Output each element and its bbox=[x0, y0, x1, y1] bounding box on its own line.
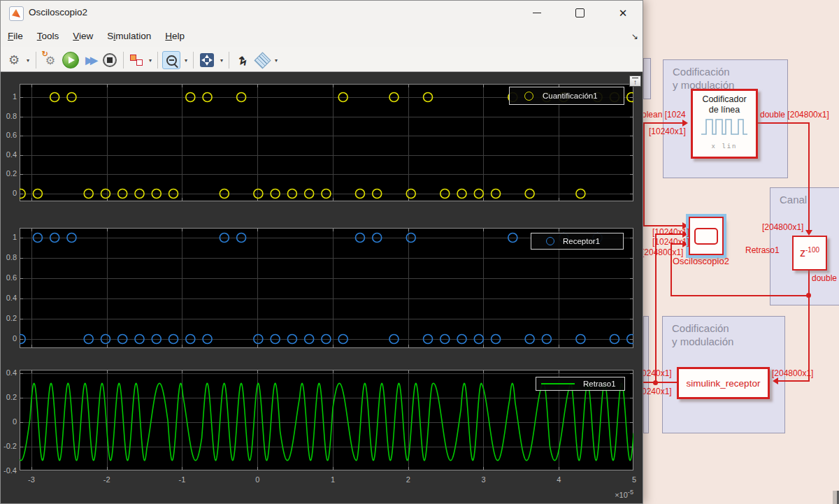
wire-label: [10240x1] bbox=[652, 227, 689, 237]
window-title: Osciloscopio2 bbox=[29, 7, 87, 17]
toolbar-separator bbox=[157, 52, 158, 69]
signal-selector-icon bbox=[130, 55, 143, 66]
y-tick-label: 0.6 bbox=[1, 273, 17, 282]
block-osciloscopio2-scope[interactable] bbox=[689, 217, 724, 255]
y-tick-label: 1 bbox=[1, 233, 17, 241]
y-tick-label: 0.2 bbox=[1, 393, 17, 401]
square-wave-icon bbox=[699, 115, 750, 138]
settings-button[interactable]: ⚙ bbox=[6, 51, 22, 69]
wire-scope-input1[interactable] bbox=[643, 225, 682, 226]
wire-delay-output[interactable] bbox=[808, 271, 810, 296]
block-codificador-de-linea[interactable]: Codificador de línea x lin bbox=[691, 89, 758, 159]
delay-expression: z-100 bbox=[800, 246, 819, 259]
zoom-out-button[interactable] bbox=[162, 51, 180, 69]
fit-to-view-dropdown[interactable]: ▾ bbox=[217, 51, 226, 69]
x-tick-label: 2 bbox=[396, 475, 420, 484]
block-simulink-receptor[interactable]: simulink_receptor bbox=[677, 367, 770, 399]
y-tick-label: 0.2 bbox=[1, 169, 17, 178]
legend-receptor[interactable]: Receptor1 bbox=[531, 233, 624, 250]
legend-marker-line bbox=[541, 383, 575, 384]
chevron-down-icon: ▾ bbox=[220, 57, 223, 64]
toolbar-separator bbox=[123, 52, 124, 69]
wire-into-receptor[interactable] bbox=[778, 380, 809, 382]
y-tick-label: 0.4 bbox=[1, 150, 17, 159]
wire-delay-branch[interactable] bbox=[671, 295, 810, 296]
x-axis-exponent: ×10-5 bbox=[591, 489, 633, 499]
zoom-out-icon bbox=[166, 55, 177, 66]
block-title: simulink_receptor bbox=[687, 378, 761, 389]
legend-label: Cuantificación1 bbox=[543, 92, 598, 100]
trigger-icon: ↯ bbox=[238, 53, 248, 68]
step-forward-button[interactable]: ▶▶ bbox=[81, 51, 99, 69]
menu-item-view[interactable]: View bbox=[73, 26, 93, 41]
menu-item-file[interactable]: File bbox=[8, 26, 23, 41]
titlebar[interactable]: Osciloscopio2 ✕ bbox=[1, 1, 643, 26]
close-button[interactable]: ✕ bbox=[607, 1, 639, 25]
wire-label: [204800x1] bbox=[642, 247, 683, 257]
wire-coder-output[interactable] bbox=[757, 122, 810, 124]
area-label: Canal bbox=[770, 188, 839, 206]
stop-icon bbox=[103, 53, 117, 67]
measurements-button[interactable] bbox=[253, 51, 271, 69]
legend-cuantificacion[interactable]: Cuantificación1 bbox=[509, 87, 624, 105]
y-tick-label: 0 bbox=[1, 334, 17, 343]
menu-item-help[interactable]: Help bbox=[165, 26, 185, 41]
x-tick-label: 1 bbox=[321, 475, 345, 484]
area-label: Codificación y modulación bbox=[664, 60, 787, 92]
wire-label: [10240x1] bbox=[652, 237, 689, 247]
gear-arrows-icon: ⚙↻ bbox=[45, 54, 55, 67]
expand-scope-button[interactable]: ↑ bbox=[629, 75, 641, 87]
wire-to-delay[interactable] bbox=[808, 123, 810, 230]
wire-boolean-to-coder[interactable] bbox=[642, 122, 682, 124]
wire-label: double bbox=[812, 273, 837, 283]
y-tick-label: 0 bbox=[1, 189, 17, 197]
dock-arrow-icon[interactable]: ↘ bbox=[631, 31, 638, 41]
y-tick-label: 0.4 bbox=[1, 368, 17, 377]
ruler-icon bbox=[254, 52, 271, 69]
menu-item-tools[interactable]: Tools bbox=[37, 26, 59, 41]
zoom-dropdown[interactable]: ▾ bbox=[182, 51, 190, 69]
toolbar-separator bbox=[193, 52, 194, 69]
signal-selector-dropdown[interactable]: ▾ bbox=[146, 51, 155, 69]
menubar: FileToolsViewSimulationHelp ↘ bbox=[1, 26, 643, 47]
highlight-simulink-block-button[interactable]: ⚙↻ bbox=[41, 51, 59, 69]
menu-item-simulation[interactable]: Simulation bbox=[107, 26, 151, 41]
arrowhead-icon bbox=[805, 230, 812, 236]
wire-label: [204800x1] bbox=[772, 368, 813, 378]
x-tick-label: -3 bbox=[20, 475, 43, 484]
arrowhead-icon bbox=[682, 120, 688, 127]
scope-window: Osciloscopio2 ✕ FileToolsViewSimulationH… bbox=[0, 0, 643, 504]
y-tick-label: 0.4 bbox=[1, 294, 17, 302]
minimize-button[interactable] bbox=[521, 1, 553, 25]
block-retraso-delay[interactable]: z-100 bbox=[792, 236, 827, 271]
wire-boolean-branch[interactable] bbox=[643, 122, 645, 226]
toolbar-separator bbox=[36, 52, 36, 69]
measurements-dropdown[interactable]: ▾ bbox=[272, 51, 280, 69]
fit-to-view-icon bbox=[200, 53, 214, 67]
trigger-button[interactable]: ↯ bbox=[234, 51, 252, 69]
block-annotation: x lin bbox=[693, 143, 756, 150]
wire-label: [204800x1] bbox=[762, 222, 803, 232]
chevron-down-icon: ▾ bbox=[185, 57, 187, 64]
x-tick-label: 4 bbox=[547, 475, 571, 484]
legend-marker-circle bbox=[546, 237, 554, 245]
fit-to-view-button[interactable] bbox=[198, 51, 216, 69]
block-title: Codificador bbox=[693, 94, 756, 105]
play-icon bbox=[62, 52, 79, 69]
stop-button[interactable] bbox=[101, 51, 119, 69]
y-tick-label: 0.8 bbox=[1, 112, 17, 120]
wire-label: Retraso1 bbox=[745, 245, 780, 255]
up-arrow-icon: ↑ bbox=[630, 78, 640, 87]
wire-receptor-output[interactable] bbox=[642, 382, 677, 383]
legend-retraso[interactable]: Retraso1 bbox=[536, 377, 625, 391]
block-label-osciloscopio2[interactable]: Osciloscopio2 bbox=[673, 256, 729, 266]
step-forward-icon: ▶▶ bbox=[85, 55, 95, 66]
y-tick-label: 0 bbox=[1, 417, 17, 426]
settings-dropdown[interactable]: ▾ bbox=[24, 51, 32, 69]
run-button[interactable] bbox=[62, 51, 80, 69]
wire-label: 0240x1] bbox=[642, 387, 672, 396]
legend-label: Receptor1 bbox=[563, 237, 600, 245]
maximize-button[interactable] bbox=[564, 1, 596, 25]
y-tick-label: -0.2 bbox=[1, 442, 17, 450]
signal-selector-button[interactable] bbox=[127, 51, 145, 69]
